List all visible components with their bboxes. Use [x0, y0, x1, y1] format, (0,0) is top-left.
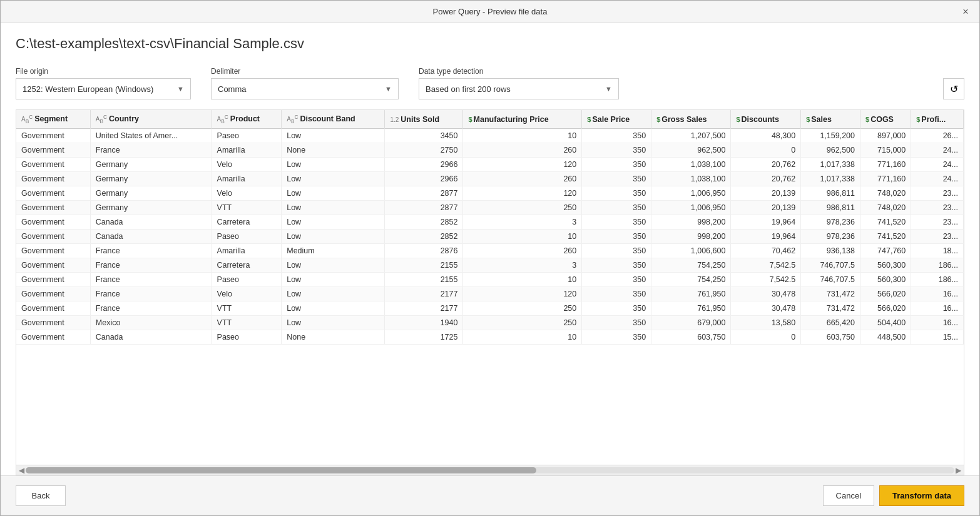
table-cell: Government — [16, 172, 90, 186]
table-cell: 3 — [463, 258, 582, 273]
table-cell: 986,811 — [801, 186, 860, 201]
table-cell: 679,000 — [651, 316, 731, 330]
table-cell: 3 — [463, 215, 582, 230]
delimiter-chevron-icon: ▼ — [385, 85, 392, 93]
col-header-sales: $Sales — [801, 110, 860, 129]
col-header-manufacturing-price: $Manufacturing Price — [463, 110, 582, 129]
currency-type-icon: $ — [736, 116, 740, 123]
table-cell: 504,400 — [860, 316, 911, 330]
table-cell: 748,020 — [860, 186, 911, 201]
table-cell: 350 — [582, 230, 651, 244]
table-cell: Government — [16, 287, 90, 301]
col-header-label: COGS — [870, 115, 894, 124]
footer-left: Back — [16, 485, 66, 506]
file-origin-dropdown[interactable]: 1252: Western European (Windows) ▼ — [16, 78, 191, 99]
table-cell: 250 — [463, 301, 582, 316]
table-cell: Velo — [212, 158, 282, 172]
table-cell: 715,000 — [860, 143, 911, 158]
table-cell: France — [90, 301, 212, 316]
table-cell: 2852 — [385, 215, 463, 230]
table-cell: 2852 — [385, 230, 463, 244]
table-cell: Government — [16, 301, 90, 316]
table-cell: France — [90, 287, 212, 301]
table-cell: Low — [282, 316, 385, 330]
table-cell: 731,472 — [801, 301, 860, 316]
table-cell: Government — [16, 186, 90, 201]
table-cell: 30,478 — [731, 301, 801, 316]
table-cell: Government — [16, 143, 90, 158]
delimiter-group: Delimiter Comma ▼ — [211, 67, 399, 99]
col-header-product: ABCProduct — [212, 110, 282, 129]
horizontal-scrollbar[interactable]: ◀ ▶ — [16, 465, 964, 475]
table-cell: 350 — [582, 316, 651, 330]
table-cell: 761,950 — [651, 301, 731, 316]
table-cell: 603,750 — [801, 330, 860, 345]
table-cell: Canada — [90, 330, 212, 345]
data-type-dropdown[interactable]: Based on first 200 rows ▼ — [419, 78, 619, 99]
transform-data-button[interactable]: Transform data — [879, 485, 964, 506]
table-cell: 120 — [463, 287, 582, 301]
delimiter-dropdown[interactable]: Comma ▼ — [211, 78, 399, 99]
table-cell: 7,542.5 — [731, 258, 801, 273]
col-header-profi---: $Profi... — [911, 110, 964, 129]
scrollbar-thumb[interactable] — [26, 467, 536, 473]
abc-type-icon: ABC — [217, 116, 228, 123]
table-cell: 16... — [911, 287, 964, 301]
table-cell: 260 — [463, 244, 582, 258]
table-cell: 18... — [911, 244, 964, 258]
table-cell: 350 — [582, 301, 651, 316]
currency-type-icon: $ — [656, 116, 660, 123]
table-row: GovernmentMexicoVTTLow1940250350679,0001… — [16, 316, 964, 330]
table-cell: 186... — [911, 273, 964, 287]
table-row: GovernmentFranceVTTLow2177250350761,9503… — [16, 301, 964, 316]
col-header-label: Segment — [34, 114, 68, 123]
table-cell: Government — [16, 258, 90, 273]
table-cell: Medium — [282, 244, 385, 258]
close-button[interactable]: × — [957, 3, 974, 21]
table-cell: 746,707.5 — [801, 273, 860, 287]
table-cell: 10 — [463, 330, 582, 345]
table-cell: Government — [16, 316, 90, 330]
table-cell: Low — [282, 186, 385, 201]
table-cell: Government — [16, 244, 90, 258]
table-cell: 0 — [731, 330, 801, 345]
table-cell: Carretera — [212, 258, 282, 273]
table-cell: 2177 — [385, 287, 463, 301]
cancel-button[interactable]: Cancel — [823, 485, 874, 506]
scrollbar-track[interactable] — [26, 467, 954, 473]
table-cell: Low — [282, 215, 385, 230]
col-header-label: Manufacturing Price — [474, 115, 549, 124]
table-cell: 566,020 — [860, 301, 911, 316]
col-header-label: Product — [230, 114, 260, 123]
table-row: GovernmentFrancePaseoLow215510350754,250… — [16, 273, 964, 287]
table-cell: 754,250 — [651, 258, 731, 273]
table-cell: 23... — [911, 230, 964, 244]
table-cell: 16... — [911, 316, 964, 330]
data-table-container: ABCSegmentABCCountryABCProductABCDiscoun… — [16, 109, 964, 475]
table-cell: Germany — [90, 172, 212, 186]
col-header-label: Gross Sales — [661, 115, 707, 124]
table-cell: Government — [16, 230, 90, 244]
file-origin-chevron-icon: ▼ — [177, 85, 184, 93]
table-cell: 120 — [463, 186, 582, 201]
table-cell: Amarilla — [212, 143, 282, 158]
back-button[interactable]: Back — [16, 485, 66, 506]
table-cell: Government — [16, 129, 90, 143]
table-cell: 10 — [463, 129, 582, 143]
table-cell: Government — [16, 158, 90, 172]
table-cell: Germany — [90, 201, 212, 215]
table-cell: 1725 — [385, 330, 463, 345]
table-cell: 186... — [911, 258, 964, 273]
currency-type-icon: $ — [865, 116, 869, 123]
table-cell: Low — [282, 230, 385, 244]
col-header-label: Sale Price — [592, 115, 630, 124]
table-cell: 10 — [463, 230, 582, 244]
currency-type-icon: $ — [916, 116, 920, 123]
table-cell: None — [282, 330, 385, 345]
table-body: GovernmentUnited States of Amer...PaseoL… — [16, 129, 964, 345]
refresh-button[interactable]: ↺ — [943, 78, 964, 99]
table-cell: 19,964 — [731, 215, 801, 230]
table-row: GovernmentUnited States of Amer...PaseoL… — [16, 129, 964, 143]
abc-type-icon: ABC — [96, 116, 107, 123]
table-cell: 350 — [582, 273, 651, 287]
